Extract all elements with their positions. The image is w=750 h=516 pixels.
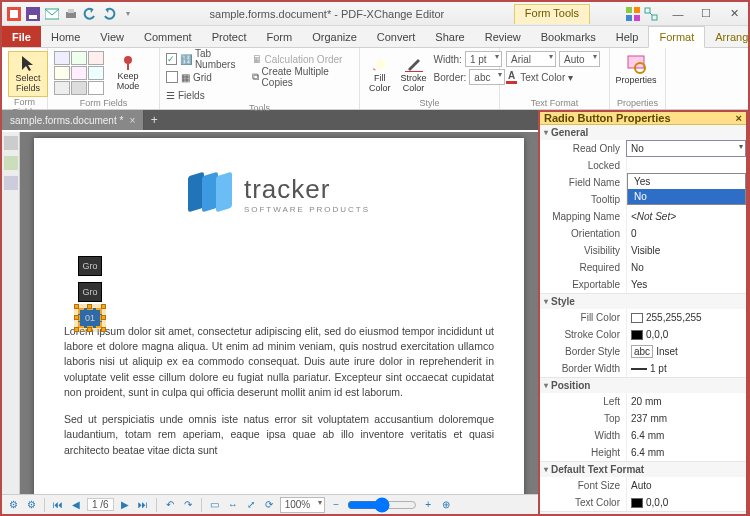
section-style[interactable]: Style (540, 294, 746, 309)
close-button[interactable]: ✕ (720, 4, 748, 24)
svg-rect-12 (652, 15, 657, 20)
radio-3-selected[interactable]: 01 (78, 308, 102, 328)
locked-dropdown[interactable]: Yes No (626, 157, 746, 174)
svg-rect-9 (626, 15, 632, 21)
minimize-button[interactable]: — (664, 4, 692, 24)
tab-format[interactable]: Format (648, 26, 705, 48)
radio-2[interactable]: Gro (78, 282, 102, 302)
nav-fwd-icon[interactable]: ↷ (181, 498, 195, 512)
mapping-value[interactable]: <Not Set> (626, 208, 746, 225)
add-tab-button[interactable]: + (144, 113, 164, 127)
radio-1[interactable]: Gro (78, 256, 102, 276)
first-page-icon[interactable]: ⏮ (51, 498, 65, 512)
pos-left[interactable]: 20 mm (626, 393, 746, 410)
tab-share[interactable]: Share (425, 26, 474, 47)
svg-rect-8 (634, 7, 640, 13)
tab-convert[interactable]: Convert (367, 26, 426, 47)
launch-icon[interactable] (644, 7, 658, 21)
fit-page-icon[interactable]: ▭ (208, 498, 222, 512)
border-width-value[interactable]: 1 pt (626, 360, 746, 377)
dt-text-color[interactable]: 0,0,0 (626, 494, 746, 511)
pos-height[interactable]: 6.4 mm (626, 444, 746, 461)
next-page-icon[interactable]: ▶ (118, 498, 132, 512)
svg-rect-3 (29, 15, 37, 19)
width-dropdown[interactable]: 1 pt (465, 51, 502, 67)
panel-close-icon[interactable]: × (736, 112, 742, 124)
section-default-text[interactable]: Default Text Format (540, 462, 746, 477)
nav-back-icon[interactable]: ↶ (163, 498, 177, 512)
app-icon (6, 6, 22, 22)
tab-help[interactable]: Help (606, 26, 649, 47)
zoom-slider[interactable] (347, 497, 417, 513)
section-general[interactable]: General (540, 125, 746, 140)
visibility-value[interactable]: Visible (626, 242, 746, 259)
zoom-out-icon[interactable]: − (329, 498, 343, 512)
tab-home[interactable]: Home (41, 26, 90, 47)
tab-view[interactable]: View (90, 26, 134, 47)
email-icon[interactable] (44, 6, 60, 22)
tab-comment[interactable]: Comment (134, 26, 202, 47)
tab-file[interactable]: File (2, 26, 41, 47)
zoom-fit-icon[interactable]: ⊕ (439, 498, 453, 512)
gear-icon[interactable]: ⚙ (24, 498, 38, 512)
pos-width[interactable]: 6.4 mm (626, 427, 746, 444)
tab-organize[interactable]: Organize (302, 26, 367, 47)
calc-order-button[interactable]: 🖩Calculation Order (252, 51, 353, 67)
page-canvas[interactable]: trackerSOFTWARE PRODUCTS Gro Gro 01 Lore… (34, 138, 524, 494)
thumbnails-icon[interactable] (4, 136, 18, 150)
section-options[interactable]: Options (540, 512, 746, 516)
multi-copies-button[interactable]: ⧉Create Multiple Copies (252, 69, 353, 85)
copies-icon: ⧉ (252, 71, 259, 83)
grid-toggle[interactable]: ▦Grid (166, 69, 248, 85)
select-fields-button[interactable]: Select Fields (8, 51, 48, 97)
tab-numbers-toggle[interactable]: 🔢Tab Numbers (166, 51, 248, 67)
rotate-icon[interactable]: ⟳ (262, 498, 276, 512)
fill-color-value[interactable]: 255,255,255 (626, 309, 746, 326)
fields-button[interactable]: ☰Fields (166, 87, 248, 103)
tab-protect[interactable]: Protect (202, 26, 257, 47)
stroke-color-value[interactable]: 0,0,0 (626, 326, 746, 343)
border-dropdown[interactable]: abc (469, 69, 505, 85)
font-name-dropdown[interactable]: Arial (506, 51, 556, 67)
prev-page-icon[interactable]: ◀ (69, 498, 83, 512)
tab-review[interactable]: Review (475, 26, 531, 47)
pos-top[interactable]: 237 mm (626, 410, 746, 427)
page-indicator[interactable]: 1 /6 (87, 498, 114, 511)
zoom-in-icon[interactable]: + (421, 498, 435, 512)
locked-option-no[interactable]: No (628, 189, 745, 204)
required-value[interactable]: No (626, 259, 746, 276)
options-icon[interactable]: ⚙ (6, 498, 20, 512)
document-tab[interactable]: sample.forms.document *× (2, 110, 144, 130)
dt-font-size[interactable]: Auto (626, 477, 746, 494)
settings-icon[interactable] (626, 7, 640, 21)
fit-width-icon[interactable]: ↔ (226, 498, 240, 512)
bookmarks-side-icon[interactable] (4, 156, 18, 170)
actual-size-icon[interactable]: ⤢ (244, 498, 258, 512)
fill-color-button[interactable]: Fill Color (366, 51, 394, 97)
close-tab-icon[interactable]: × (129, 115, 135, 126)
keep-mode-button[interactable]: Keep Mode (108, 51, 148, 95)
svg-rect-10 (634, 15, 640, 21)
redo-icon[interactable] (101, 6, 117, 22)
tab-bookmarks[interactable]: Bookmarks (531, 26, 606, 47)
zoom-dropdown[interactable]: 100% (280, 497, 326, 513)
undo-icon[interactable] (82, 6, 98, 22)
text-color-button[interactable]: AText Color ▾ (506, 69, 603, 85)
print-icon[interactable] (63, 6, 79, 22)
exportable-value[interactable]: Yes (626, 276, 746, 293)
properties-button[interactable]: Properties (616, 51, 656, 89)
attach-icon[interactable] (4, 176, 18, 190)
orientation-value[interactable]: 0 (626, 225, 746, 242)
border-style-value[interactable]: abcInset (626, 343, 746, 360)
tab-form[interactable]: Form (257, 26, 303, 47)
section-position[interactable]: Position (540, 378, 746, 393)
save-icon[interactable] (25, 6, 41, 22)
qat-dropdown-icon[interactable]: ▾ (120, 6, 136, 22)
maximize-button[interactable]: ☐ (692, 4, 720, 24)
tab-arrange[interactable]: Arrange (705, 26, 750, 47)
last-page-icon[interactable]: ⏭ (136, 498, 150, 512)
locked-option-yes[interactable]: Yes (628, 174, 745, 189)
font-size-dropdown[interactable]: Auto (559, 51, 600, 67)
read-only-dropdown[interactable]: No▾ (626, 140, 746, 157)
stroke-color-button[interactable]: Stroke Color (398, 51, 430, 97)
